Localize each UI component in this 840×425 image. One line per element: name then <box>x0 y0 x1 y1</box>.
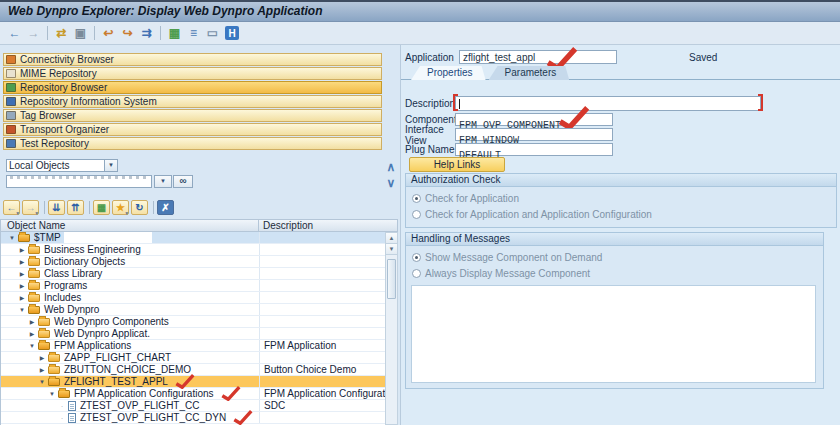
expand-arrow-icon[interactable]: ▶ <box>17 294 27 301</box>
tab-properties[interactable]: Properties <box>411 66 486 80</box>
application-field[interactable]: zflight_test_appl <box>459 50 617 64</box>
object-scope-select[interactable]: Local Objects ▼ <box>6 159 118 172</box>
accordion-item-test-repository[interactable]: Test Repository <box>3 137 382 150</box>
collapse-arrow-icon[interactable]: ▼ <box>17 307 27 313</box>
collapse-arrow-icon[interactable]: ▼ <box>47 391 57 397</box>
tree-row-web-dynpro-applicat[interactable]: ▶Web Dynpro Applicat. <box>1 328 385 340</box>
accordion-item-repository-information-system[interactable]: Repository Information System <box>3 95 382 108</box>
tree-row-dictionary-objects[interactable]: ▶Dictionary Objects <box>1 256 385 268</box>
copy-clipboard-icon[interactable]: ▣ <box>72 25 89 42</box>
object-list-icon[interactable]: ▦ <box>166 25 183 42</box>
scrollbar-up-icon[interactable]: ▲ <box>386 233 397 244</box>
scroll-down-chevron-icon[interactable]: ∨ <box>384 175 398 191</box>
help-icon[interactable]: H <box>225 26 239 40</box>
tab-parameters[interactable]: Parameters <box>489 66 570 80</box>
tree-row-tmp[interactable]: ▼$TMP <box>1 232 385 244</box>
collapse-arrow-icon[interactable]: ▼ <box>7 235 17 241</box>
previous-object-icon[interactable]: ↩ <box>100 25 117 42</box>
nav-back-icon[interactable]: ←▾ <box>3 200 20 215</box>
property-fields: DescriptionComponentFPM_OVP_COMPONENTInt… <box>401 93 840 157</box>
radio-option-check-for-application-and-application-configuration[interactable]: Check for Application and Application Co… <box>412 209 836 219</box>
display-object-button[interactable]: ∞ <box>173 175 193 188</box>
tree-row-class-library[interactable]: ▶Class Library <box>1 268 385 280</box>
radio-selected-icon[interactable] <box>412 194 421 203</box>
input-history-button[interactable]: ▼ <box>154 175 172 188</box>
accordion-item-mime-repository[interactable]: MIME Repository <box>3 67 382 80</box>
tree-row-business-engineering[interactable]: ▶Business Engineering <box>1 244 385 256</box>
collapse-arrow-icon[interactable]: ▼ <box>37 379 47 385</box>
refresh-icon[interactable]: ↻ <box>131 200 148 215</box>
scrollbar-down-icon[interactable]: ▼ <box>386 244 397 255</box>
accordion-item-label: Tag Browser <box>20 110 76 121</box>
expand-arrow-icon[interactable]: ▶ <box>37 354 47 361</box>
help-links-button[interactable]: Help Links <box>409 157 505 172</box>
nav-forward-icon[interactable]: →▾ <box>22 200 39 215</box>
accordion-item-connectivity-browser[interactable]: Connectivity Browser <box>3 53 382 66</box>
expand-arrow-icon[interactable]: ▶ <box>17 258 27 265</box>
radio-option-show-message-component-on-demand[interactable]: Show Message Component on Demand <box>412 252 823 262</box>
navigation-stack-icon[interactable]: ≡ <box>185 25 202 42</box>
expand-arrow-icon[interactable]: ▶ <box>27 330 37 337</box>
expand-arrow-icon[interactable]: ▶ <box>27 318 37 325</box>
tree-node-label: Class Library <box>44 268 102 279</box>
tree-row-fpm-applications[interactable]: ▼FPM ApplicationsFPM Application <box>1 340 385 352</box>
main-toolbar-icons: ←→⇄▣↩↪⇉▦≡▭H <box>5 25 242 42</box>
object-scope-value: Local Objects <box>7 160 104 171</box>
collapse-all-icon[interactable]: ⇈ <box>67 200 84 215</box>
radio-unselected-icon[interactable] <box>412 210 421 219</box>
tree-node-description <box>259 316 385 327</box>
display-other-object-icon[interactable]: ⇄ <box>53 25 70 42</box>
repository-browser-icon <box>6 83 16 92</box>
where-used-icon[interactable]: ⇉ <box>138 25 155 42</box>
object-name-column-header[interactable]: Object Name <box>1 220 259 231</box>
annotation-bracket-right <box>758 94 763 111</box>
tab-label: Properties <box>427 67 473 78</box>
tree-row-includes[interactable]: ▶Includes <box>1 292 385 304</box>
tree-scrollbar[interactable]: ▲ ▼ <box>385 232 398 425</box>
expand-arrow-icon[interactable]: ▶ <box>17 282 27 289</box>
tree-row-web-dynpro[interactable]: ▼Web Dynpro <box>1 304 385 316</box>
tree-row-programs[interactable]: ▶Programs <box>1 280 385 292</box>
radio-option-check-for-application[interactable]: Check for Application <box>412 193 836 203</box>
dropdown-caret-icon: ▾ <box>35 210 38 216</box>
tree-row-web-dynpro-components[interactable]: ▶Web Dynpro Components <box>1 316 385 328</box>
chevron-down-icon[interactable]: ▼ <box>104 160 117 171</box>
tree-row-name-cell: ▶Dictionary Objects <box>1 256 259 267</box>
description-column-header[interactable]: Description <box>259 220 397 231</box>
tree-node-description: Button Choice Demo <box>259 364 385 375</box>
expand-arrow-icon[interactable]: ▶ <box>37 366 47 373</box>
chevron-down-icon: ▼ <box>160 178 166 184</box>
tree-row-ztest-ovp-flight-cc-dyn[interactable]: ·ZTEST_OVP_FLIGHT_CC_DYN <box>1 412 385 424</box>
folder-open-icon <box>18 234 30 242</box>
collapse-arrow-icon[interactable]: ▼ <box>27 343 37 349</box>
expand-arrow-icon[interactable]: ▶ <box>17 270 27 277</box>
next-object-icon[interactable]: ↪ <box>119 25 136 42</box>
radio-selected-icon[interactable] <box>412 253 421 262</box>
plug-name-field[interactable]: DEFAULT <box>455 143 613 156</box>
component-field[interactable]: FPM_OVP_COMPONENT <box>455 113 613 126</box>
message-display-area[interactable] <box>411 285 816 383</box>
object-name-input[interactable] <box>6 175 152 188</box>
description-field[interactable] <box>455 96 761 111</box>
back-arrow-icon[interactable]: ← <box>6 25 23 42</box>
tree-column-headers: Object Name Description <box>0 219 398 232</box>
hierarchy-icon[interactable]: ▦ <box>93 200 110 215</box>
tree-row-fpm-application-configurations[interactable]: ▼FPM Application ConfigurationsFPM Appli… <box>1 388 385 400</box>
interface-view-field[interactable]: FPM_WINDOW <box>455 128 613 141</box>
fullscreen-icon[interactable]: ▭ <box>204 25 221 42</box>
expand-arrow-icon[interactable]: ▶ <box>17 246 27 253</box>
favorites-star-icon[interactable]: ★▾ <box>112 200 129 215</box>
accordion-item-transport-organizer[interactable]: Transport Organizer <box>3 123 382 136</box>
close-icon[interactable]: ✗ <box>157 200 174 215</box>
accordion-item-repository-browser[interactable]: Repository Browser <box>3 81 382 94</box>
folder-icon <box>48 354 60 362</box>
expand-all-icon[interactable]: ⇊ <box>48 200 65 215</box>
tree-row-zapp-flight-chart[interactable]: ▶ZAPP_FLIGHT_CHART <box>1 352 385 364</box>
forward-arrow-icon[interactable]: → <box>25 25 42 42</box>
group-authorization-check: Authorization Check Check for Applicatio… <box>405 173 837 228</box>
scrollbar-thumb[interactable] <box>387 259 396 299</box>
accordion-item-tag-browser[interactable]: Tag Browser <box>3 109 382 122</box>
radio-unselected-icon[interactable] <box>412 269 421 278</box>
radio-option-always-display-message-component[interactable]: Always Display Message Component <box>412 268 823 278</box>
scroll-up-chevron-icon[interactable]: ∧ <box>384 159 398 175</box>
